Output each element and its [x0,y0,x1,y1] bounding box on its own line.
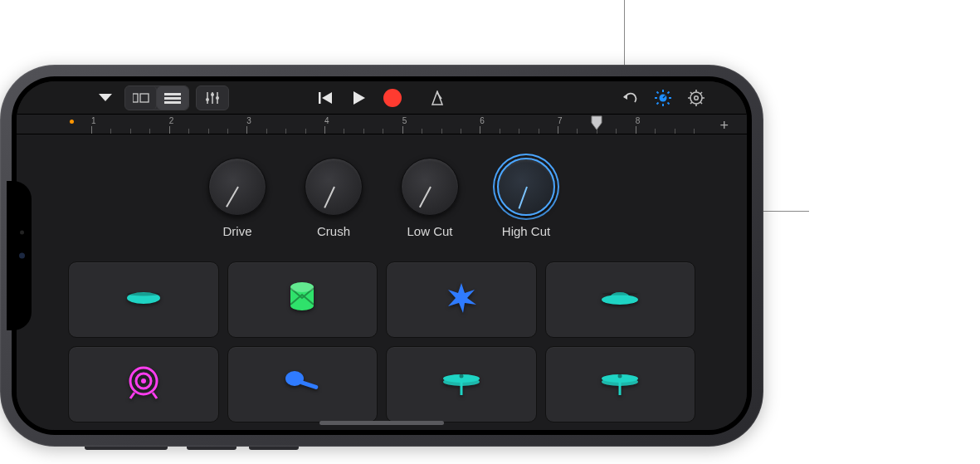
ruler-bar-number: 6 [480,116,485,125]
metronome-button[interactable] [423,86,451,110]
device-notch [7,181,32,330]
svg-rect-2 [140,94,149,102]
svg-point-59 [459,374,463,379]
hihat-icon [599,370,641,398]
toolbar-right [616,86,710,110]
svg-marker-17 [623,94,627,100]
timeline-ruler[interactable]: 12345678 + [17,115,747,134]
transport-controls [312,86,451,110]
metronome-icon [430,90,445,105]
view-mode-segment [124,85,189,110]
drum-pad-ufo[interactable] [545,261,696,338]
svg-point-29 [695,95,699,100]
playhead[interactable] [590,115,603,133]
phone-frame: 12345678 + DriveCrushLow CutHigh Cut [0,65,763,447]
knob-high-cut: High Cut [497,158,555,238]
play-button[interactable] [345,86,373,110]
ruler-bar-number: 3 [246,116,251,125]
drum-pads-grid [17,252,747,422]
svg-line-36 [690,102,692,104]
list-icon [164,92,181,104]
drum-pad-hihat[interactable] [545,346,696,422]
knob-dial[interactable] [305,158,363,216]
svg-rect-12 [319,92,321,104]
chevron-down-icon [99,94,112,102]
svg-line-34 [690,92,692,94]
drum-icon [288,281,316,318]
drum-pad-maraca[interactable] [227,346,378,422]
svg-marker-38 [592,116,602,129]
svg-point-63 [618,374,622,379]
svg-rect-5 [164,101,181,104]
svg-line-24 [668,102,670,104]
knob-low-cut: Low Cut [401,158,459,238]
previous-button[interactable] [312,86,340,110]
fx-button[interactable] [649,86,677,110]
undo-icon [622,92,637,104]
drum-pad-hihat[interactable] [386,346,537,422]
mixer-button[interactable] [197,86,228,110]
top-toolbar [17,81,747,115]
svg-point-48 [602,292,638,295]
svg-marker-13 [322,92,332,104]
drum-pad-burst[interactable] [386,261,537,338]
callout-line-top [624,0,625,65]
ruler-bar-number: 5 [402,116,407,125]
lips-icon [124,289,163,310]
svg-point-10 [211,93,214,96]
settings-button[interactable] [682,86,710,110]
svg-line-35 [700,102,702,104]
svg-point-28 [690,92,702,104]
knob-label: Crush [317,224,350,238]
knob-crush: Crush [305,158,363,238]
record-button[interactable] [378,86,407,110]
svg-line-23 [657,91,659,93]
drum-pad-drum[interactable] [227,261,378,338]
ruler-bar-number: 4 [324,116,329,125]
mixer-segment [196,85,229,110]
previous-icon [319,92,334,104]
svg-rect-55 [300,380,319,390]
knob-dial[interactable] [208,158,266,216]
svg-line-25 [657,102,659,104]
undo-button[interactable] [616,86,644,110]
svg-point-9 [206,98,209,101]
home-indicator [319,421,444,425]
hihat-icon [441,370,482,398]
svg-point-44 [290,282,314,292]
add-section-button[interactable]: + [719,117,729,134]
ruler-bar-number: 2 [169,116,174,125]
sliders-icon [205,91,220,105]
svg-marker-45 [448,283,476,313]
knob-dial[interactable] [401,158,459,216]
gear-icon [688,90,705,106]
maraca-icon [283,370,321,398]
fx-dial-icon [654,89,672,107]
svg-line-52 [130,393,134,398]
svg-marker-14 [353,91,365,105]
play-icon [353,91,365,105]
svg-point-11 [216,96,219,100]
drum-pad-gong[interactable] [68,346,219,422]
svg-marker-0 [99,94,112,101]
svg-line-26 [668,91,670,93]
knob-drive: Drive [208,158,266,238]
ruler-bar-number: 1 [91,116,96,125]
svg-rect-3 [164,93,181,95]
burst-icon [445,281,478,318]
record-icon [383,89,402,107]
svg-point-51 [141,379,146,383]
main-area: DriveCrushLow CutHigh Cut [17,134,747,430]
svg-point-40 [127,292,160,295]
svg-line-37 [700,92,702,94]
ufo-icon [599,289,641,310]
knob-label: Low Cut [407,224,452,238]
knob-dial[interactable] [497,158,555,216]
svg-rect-1 [133,94,138,102]
menu-button[interactable] [91,86,119,110]
cells-icon [133,92,149,104]
drum-pad-lips[interactable] [68,261,219,338]
tracks-view-button[interactable] [157,86,188,110]
ruler-bar-number: 7 [558,116,563,125]
browser-view-button[interactable] [125,86,157,110]
